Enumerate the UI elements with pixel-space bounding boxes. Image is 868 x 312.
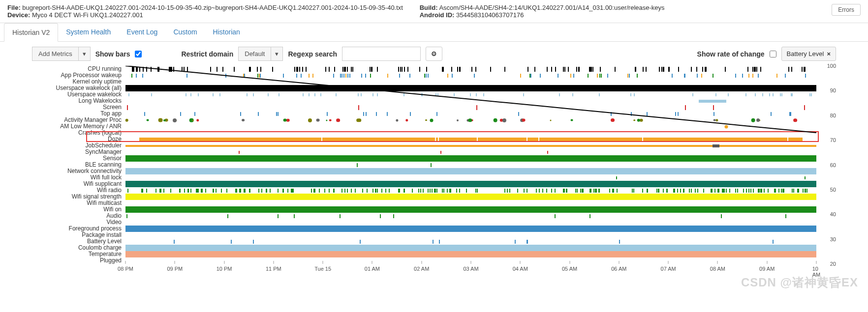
row-track <box>125 194 816 200</box>
y-tick: 100 <box>827 63 836 69</box>
y-tick: 90 <box>830 87 836 93</box>
restrict-domain-select[interactable]: Default <box>238 47 271 61</box>
file-label: File: <box>7 4 21 11</box>
selected-metric-label: Battery Level <box>787 50 824 57</box>
row-track <box>125 219 816 226</box>
add-metrics-button[interactable]: Add Metrics <box>32 47 79 61</box>
x-tick: 03 AM <box>463 266 478 272</box>
header-mid: Build: Ascom/SH4-AADE/SH4-2:14/UKQ1.2402… <box>420 4 832 19</box>
x-axis: 08 PM09 PM10 PM11 PMTue 1501 AM02 AM03 A… <box>125 264 816 276</box>
selected-metric-badge: Battery Level × <box>781 47 836 61</box>
tab-event-log[interactable]: Event Log <box>119 23 165 41</box>
x-tick: 07 AM <box>661 266 676 272</box>
row-track <box>125 91 816 98</box>
build-label: Build: <box>420 4 438 11</box>
row-track <box>125 123 816 130</box>
row-track <box>125 174 816 181</box>
remove-metric-icon[interactable]: × <box>827 50 831 57</box>
regexp-input[interactable] <box>342 47 421 61</box>
row-track <box>125 117 816 123</box>
y-tick: 60 <box>830 162 836 168</box>
y-tick: 80 <box>830 113 836 118</box>
device-label: Device: <box>7 11 30 19</box>
row-track <box>125 72 816 79</box>
tab-historian-v2[interactable]: Historian V2 <box>4 23 58 42</box>
y-tick: 40 <box>830 211 836 217</box>
android-id-label: Android ID: <box>420 11 455 19</box>
x-tick: 09 AM <box>759 266 775 272</box>
x-tick: Tue 15 <box>314 266 331 272</box>
row-track <box>125 149 816 155</box>
tab-system-health[interactable]: System Health <box>58 23 119 41</box>
x-tick: 08 PM <box>118 266 133 272</box>
x-tick: 09 PM <box>167 266 183 272</box>
device-value: Myco 4 DECT Wi-Fi UKQ1.240227.001 <box>32 11 143 19</box>
header-right: Errors <box>832 4 861 19</box>
row-track <box>125 79 816 85</box>
x-tick: 01 AM <box>365 266 380 272</box>
watermark: CSDN @诸神黄昏EX <box>741 275 858 290</box>
row-track <box>125 66 816 72</box>
rate-label: Show rate of change <box>697 50 765 58</box>
gear-icon: ⚙ <box>431 50 437 57</box>
row-track <box>125 162 816 168</box>
x-tick: 10 AM <box>812 266 821 278</box>
y-tick: 70 <box>830 137 836 143</box>
toolbar: Add Metrics ▾ Show bars Restrict domain … <box>0 42 868 66</box>
android-id-value: 3544583104063707176 <box>456 11 524 19</box>
x-tick: 11 PM <box>266 266 281 272</box>
rate-checkbox[interactable] <box>770 51 776 57</box>
row-track <box>125 238 816 245</box>
y-tick: 20 <box>830 261 836 267</box>
row-track <box>125 98 816 104</box>
row-track <box>125 213 816 219</box>
row-track <box>125 111 816 117</box>
x-tick: 05 AM <box>562 266 577 272</box>
y-axis: 1009080706050403020 <box>816 66 836 264</box>
tabs: Historian V2System HealthEvent LogCustom… <box>0 23 868 42</box>
header-info: File: bugreport-SH4-AADE-UKQ1.240227.001… <box>0 0 868 23</box>
add-metrics-group: Add Metrics ▾ <box>32 47 91 61</box>
y-tick: 30 <box>830 236 836 242</box>
row-track <box>125 187 816 194</box>
row-track <box>125 85 816 91</box>
x-tick: 04 AM <box>513 266 528 272</box>
row-track <box>125 136 816 142</box>
x-tick: 06 AM <box>611 266 626 272</box>
row-track <box>125 232 816 238</box>
add-metrics-caret[interactable]: ▾ <box>79 47 91 61</box>
restrict-domain-label: Restrict domain <box>181 50 233 58</box>
timeline[interactable] <box>125 66 816 257</box>
show-bars-label: Show bars <box>95 50 130 58</box>
row-track <box>125 181 816 187</box>
tab-historian[interactable]: Historian <box>205 23 248 41</box>
restrict-domain-caret[interactable]: ▾ <box>271 47 283 61</box>
row-label: Plugged <box>32 257 122 264</box>
chart: CPU runningApp Processor wakeupKernel on… <box>0 66 868 295</box>
x-tick: 02 AM <box>414 266 429 272</box>
settings-button[interactable]: ⚙ <box>426 47 442 61</box>
errors-button[interactable]: Errors <box>832 4 861 16</box>
file-value: bugreport-SH4-AADE-UKQ1.240227.001-2024-… <box>22 4 403 11</box>
row-track <box>125 168 816 174</box>
row-track <box>125 130 816 136</box>
row-track <box>125 200 816 206</box>
x-tick: 10 PM <box>217 266 232 272</box>
show-bars-checkbox[interactable] <box>135 51 142 57</box>
regexp-label: Regexp search <box>288 50 337 58</box>
row-track <box>125 226 816 232</box>
row-track <box>125 104 816 111</box>
build-value: Ascom/SH4-AADE/SH4-2:14/UKQ1.240227.001/… <box>439 4 664 11</box>
x-tick: 08 AM <box>710 266 725 272</box>
tab-custom[interactable]: Custom <box>165 23 205 41</box>
row-track <box>125 245 816 251</box>
restrict-domain-group: Default ▾ <box>238 47 283 61</box>
row-track <box>125 155 816 162</box>
row-labels: CPU runningApp Processor wakeupKernel on… <box>32 66 125 264</box>
header-left: File: bugreport-SH4-AADE-UKQ1.240227.001… <box>7 4 420 19</box>
row-track <box>125 142 816 149</box>
row-track <box>125 206 816 213</box>
y-tick: 50 <box>830 187 836 193</box>
row-track <box>125 251 816 257</box>
